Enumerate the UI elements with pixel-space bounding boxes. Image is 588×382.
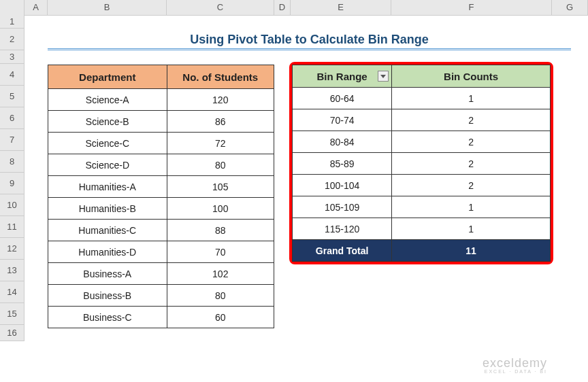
row-header-4[interactable]: 4 (0, 64, 24, 86)
department-table: Department No. of Students Science-A120 … (48, 65, 274, 328)
bin-range-label: Bin Range (317, 71, 368, 82)
col-header-E[interactable]: E (291, 0, 391, 15)
col-header-A[interactable]: A (24, 0, 48, 15)
grand-total-value[interactable]: 11 (392, 240, 551, 262)
row-header-14[interactable]: 14 (0, 281, 24, 303)
table-row: Science-D80 (48, 154, 274, 176)
table-row: Business-A102 (48, 263, 274, 285)
row-header-13[interactable]: 13 (0, 260, 24, 281)
bin-counts-header[interactable]: Bin Counts (392, 65, 551, 88)
row-header-3[interactable]: 3 (0, 50, 24, 64)
row-header-7[interactable]: 7 (0, 129, 24, 151)
row-header-12[interactable]: 12 (0, 238, 24, 260)
dept-tbody: Science-A120 Science-B86 Science-C72 Sci… (48, 89, 274, 328)
col-header-B[interactable]: B (48, 0, 167, 15)
col-header-D[interactable]: D (274, 0, 291, 15)
row-header-8[interactable]: 8 (0, 151, 24, 173)
grand-total-label[interactable]: Grand Total (293, 240, 392, 262)
table-row: Humanities-A105 (48, 176, 274, 198)
row-headers: 1 2 3 4 5 6 7 8 9 10 11 12 13 14 15 16 (0, 15, 24, 341)
col-header-G[interactable]: G (552, 0, 588, 15)
table-row: Science-A120 (48, 89, 274, 111)
table-row: Business-C60 (48, 307, 274, 328)
col-header-C[interactable]: C (167, 0, 274, 15)
table-row: Humanities-C88 (48, 220, 274, 241)
table-row: 85-892 (293, 153, 551, 175)
table-row: Science-C72 (48, 133, 274, 154)
table-row: 60-641 (293, 88, 551, 109)
table-row: 80-842 (293, 131, 551, 153)
watermark-sub: EXCEL · DATA · BI (483, 369, 547, 374)
page-title: Using Pivot Table to Calculate Bin Range (48, 29, 571, 50)
filter-dropdown-icon[interactable] (378, 71, 389, 82)
row-header-15[interactable]: 15 (0, 303, 24, 325)
row-header-11[interactable]: 11 (0, 216, 24, 238)
row-header-5[interactable]: 5 (0, 86, 24, 107)
row-header-10[interactable]: 10 (0, 194, 24, 216)
row-header-1[interactable]: 1 (0, 15, 24, 29)
grand-total-row: Grand Total 11 (293, 240, 551, 262)
table-row: Humanities-D70 (48, 241, 274, 263)
row-header-9[interactable]: 9 (0, 173, 24, 194)
watermark-main: exceldemy (483, 356, 547, 370)
col-header-F[interactable]: F (391, 0, 552, 15)
table-row: Business-B80 (48, 285, 274, 307)
row-header-16[interactable]: 16 (0, 325, 24, 341)
table-row: 70-742 (293, 109, 551, 131)
table-row: Humanities-B100 (48, 198, 274, 220)
table-row: 105-1091 (293, 196, 551, 218)
select-all-corner[interactable] (0, 0, 24, 15)
table-row: Science-B86 (48, 111, 274, 133)
bin-range-header[interactable]: Bin Range (293, 65, 392, 88)
pivot-table: Bin Range Bin Counts 60-641 70-742 80-84… (292, 65, 551, 262)
spreadsheet: A B C D E F G 1 2 3 4 5 6 7 8 9 10 11 12… (0, 0, 588, 382)
pivot-table-highlight: Bin Range Bin Counts 60-641 70-742 80-84… (289, 62, 553, 264)
table-row: 100-1042 (293, 175, 551, 196)
students-header[interactable]: No. of Students (167, 65, 274, 89)
table-row: 115-1201 (293, 218, 551, 240)
row-header-2[interactable]: 2 (0, 29, 24, 50)
dept-header[interactable]: Department (48, 65, 167, 89)
row-header-6[interactable]: 6 (0, 107, 24, 129)
watermark: exceldemy EXCEL · DATA · BI (483, 356, 547, 374)
column-headers: A B C D E F G (0, 0, 588, 16)
